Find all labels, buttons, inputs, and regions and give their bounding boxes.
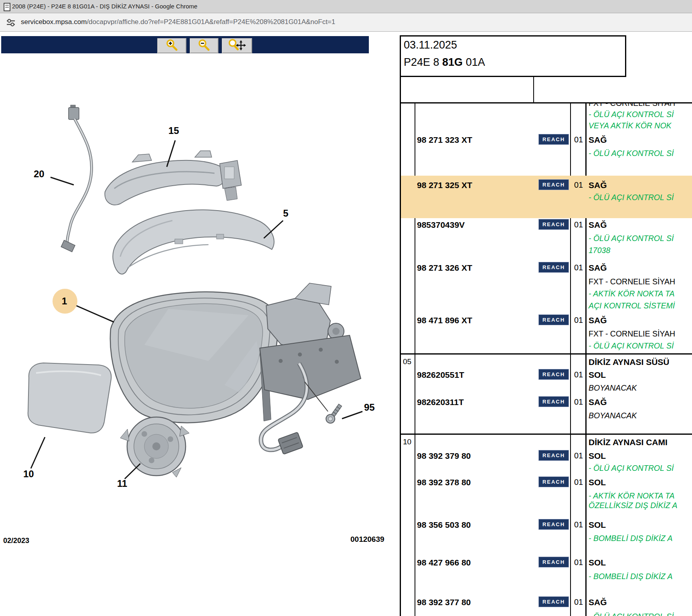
side-label: SAĞ xyxy=(589,180,607,190)
quantity: 01 xyxy=(572,478,585,487)
ref-figure-code: 81G xyxy=(442,56,463,68)
quantity: 01 xyxy=(572,397,585,407)
reach-badge[interactable]: REACH xyxy=(538,557,569,567)
reach-badge[interactable]: REACH xyxy=(538,396,569,407)
desc-line: 17038 xyxy=(589,246,610,255)
side-label: SOL xyxy=(589,370,606,380)
pre-line: - ÖLÜ AÇI KONTROL Sİ xyxy=(589,110,674,119)
section-number: 10 xyxy=(403,438,411,446)
reach-badge[interactable]: REACH xyxy=(538,519,569,530)
part-number[interactable]: 98 392 377 80 xyxy=(417,598,471,607)
window-title: 2008 (P24E) - P24E 8 81G01A - DIŞ DİKİZ … xyxy=(12,3,197,10)
side-label: SAĞ xyxy=(589,135,607,145)
side-label: SAĞ xyxy=(589,598,607,607)
document-date: 03.11.2025 xyxy=(404,39,457,51)
quantity: 01 xyxy=(572,263,585,272)
desc-line: - ÖLÜ AÇI KONTROL Sİ xyxy=(589,464,674,473)
part-number[interactable]: 98 271 326 XT xyxy=(417,263,472,273)
desc-line: - AKTİK KÖR NOKTA TA xyxy=(589,491,675,500)
url-path: /docapvpr/affiche.do?ref=P24E881G01A&ref… xyxy=(87,18,335,26)
callout-11[interactable]: 11 xyxy=(117,478,127,489)
zoom-pan-button[interactable] xyxy=(222,38,252,53)
reach-badge[interactable]: REACH xyxy=(538,262,569,273)
url-domain: servicebox.mpsa.com xyxy=(21,18,87,26)
callout-20[interactable]: 20 xyxy=(34,168,45,180)
quantity: 01 xyxy=(572,558,585,567)
quantity: 01 xyxy=(572,520,585,529)
part-number[interactable]: 98 392 379 80 xyxy=(417,451,471,461)
desc-line: - BOMBELİ DIŞ DİKİZ A xyxy=(589,534,672,543)
ref-prefix: P24E 8 xyxy=(404,56,442,68)
section-number: 05 xyxy=(403,357,411,366)
side-label: SAĞ xyxy=(589,316,607,325)
desc-line: BOYANACAK xyxy=(589,383,637,393)
desc-line: BOYANACAK xyxy=(589,411,637,420)
zoom-out-button[interactable] xyxy=(190,38,219,53)
side-label: SOL xyxy=(589,478,606,487)
reach-badge[interactable]: REACH xyxy=(538,369,569,380)
mirror-glass-part xyxy=(28,363,111,433)
desc-line: FXT - CORNELIE SİYAH xyxy=(589,329,675,338)
reach-badge[interactable]: REACH xyxy=(538,476,569,487)
part-number[interactable]: 98 271 325 XT xyxy=(417,180,472,190)
pre-line: FXT - CORNELIE SİYAH xyxy=(589,102,675,107)
section-header: DİKİZ AYNASI CAMI xyxy=(589,438,668,447)
desc-line: - ÖLÜ AÇI KONTROL Sİ xyxy=(589,234,674,243)
reach-badge[interactable]: REACH xyxy=(538,450,569,461)
quantity: 01 xyxy=(572,370,585,379)
part-number[interactable]: 982620311T xyxy=(417,397,464,407)
reach-badge[interactable]: REACH xyxy=(538,219,569,230)
desc-line: FXT - CORNELIE SİYAH xyxy=(589,277,675,286)
callout-95[interactable]: 95 xyxy=(364,402,375,413)
document-reference: P24E 8 81G 01A xyxy=(404,56,485,69)
side-label: SAĞ xyxy=(589,263,607,273)
zoom-out-icon xyxy=(197,39,211,53)
quantity: 01 xyxy=(572,316,585,325)
zoom-in-button[interactable] xyxy=(157,38,186,53)
callout-10[interactable]: 10 xyxy=(23,468,34,480)
mirror-motor-part xyxy=(120,417,189,477)
desc-line: AÇI KONTROL SİSTEMİ xyxy=(589,301,675,310)
desc-line: - AKTİK KÖR NOKTA TA xyxy=(589,289,675,298)
pre-line: VEYA AKTİK KÖR NOK xyxy=(589,121,672,130)
quantity: 01 xyxy=(572,598,585,607)
zoom-pan-icon xyxy=(228,39,246,53)
address-bar[interactable]: servicebox.mpsa.com/docapvpr/affiche.do?… xyxy=(0,13,692,32)
desc-line: - ÖLÜ AÇI KONTROL Sİ xyxy=(589,149,674,158)
window-titlebar: 2008 (P24E) - P24E 8 81G01A - DIŞ DİKİZ … xyxy=(0,0,692,13)
site-settings-icon[interactable] xyxy=(6,18,16,29)
reach-badge[interactable]: REACH xyxy=(538,179,569,190)
reach-badge[interactable]: REACH xyxy=(538,596,569,607)
quantity: 01 xyxy=(572,451,585,460)
quantity: 01 xyxy=(572,135,585,144)
part-number[interactable]: 98 471 896 XT xyxy=(417,316,472,325)
url-text[interactable]: servicebox.mpsa.com/docapvpr/affiche.do?… xyxy=(21,18,335,26)
reach-badge[interactable]: REACH xyxy=(538,314,569,325)
quantity: 01 xyxy=(572,180,585,190)
callout-15[interactable]: 15 xyxy=(168,125,179,136)
desc-line: - ÖLÜ AÇI KONTROL Sİ xyxy=(589,612,674,616)
part-number[interactable]: 98 392 378 80 xyxy=(417,478,471,487)
section-header: DİKİZ AYNASI SÜSÜ xyxy=(589,357,669,367)
part-number[interactable]: 982620551T xyxy=(417,370,464,380)
part-number[interactable]: 98 271 323 XT xyxy=(417,135,472,145)
side-label: SOL xyxy=(589,558,606,567)
part-number[interactable]: 98 356 503 80 xyxy=(417,520,471,530)
page-icon xyxy=(4,3,10,11)
callout-1[interactable]: 1 xyxy=(62,296,67,307)
part-number[interactable]: 985370439V xyxy=(417,220,465,230)
part-number[interactable]: 98 427 966 80 xyxy=(417,558,471,567)
desc-line: - ÖLÜ AÇI KONTROL Sİ xyxy=(589,193,674,202)
reach-badge[interactable]: REACH xyxy=(538,134,569,145)
desc-line: - BOMBELİ DIŞ DİKİZ A xyxy=(589,572,672,581)
wire-harness-part xyxy=(61,105,91,252)
desc-line: ÖZELLİKSİZ DIŞ DİKİZ A xyxy=(589,501,677,510)
desc-line: - ÖLÜ AÇI KONTROL Sİ xyxy=(589,341,674,351)
callout-5[interactable]: 5 xyxy=(283,208,288,219)
turn-indicator-part xyxy=(105,151,241,205)
mirror-base-part xyxy=(260,283,361,454)
mirror-cap-part xyxy=(113,210,274,274)
exploded-diagram xyxy=(0,52,373,569)
mirror-housing-part xyxy=(110,292,278,423)
side-label: SAĞ xyxy=(589,220,607,230)
